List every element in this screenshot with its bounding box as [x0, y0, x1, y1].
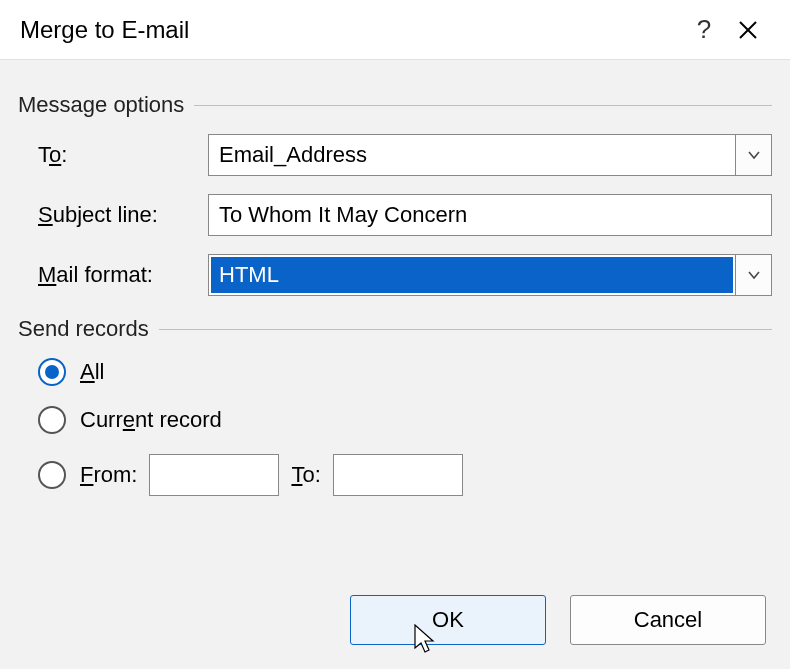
cancel-button[interactable]: Cancel: [570, 595, 766, 645]
group-message-options: Message options To: Email_Address Subjec…: [18, 92, 772, 296]
close-icon: [738, 20, 758, 40]
radio-row-from: From: To:: [18, 454, 772, 496]
chevron-down-icon: [747, 268, 761, 282]
radio-label-current[interactable]: Current record: [80, 407, 222, 433]
group-header: Send records: [18, 316, 772, 342]
row-subject: Subject line:: [18, 194, 772, 236]
group-header: Message options: [18, 92, 772, 118]
titlebar: Merge to E-mail ?: [0, 0, 790, 60]
dialog-footer: OK Cancel: [350, 595, 766, 645]
radio-label-all[interactable]: All: [80, 359, 104, 385]
label-mail-format: Mail format:: [38, 262, 208, 288]
mail-format-combobox[interactable]: HTML: [208, 254, 772, 296]
radio-all[interactable]: [38, 358, 66, 386]
close-button[interactable]: [726, 20, 770, 40]
mail-format-value: HTML: [211, 257, 733, 293]
mail-format-dropdown-button[interactable]: [735, 255, 771, 295]
chevron-down-icon: [747, 148, 761, 162]
label-to-range: To:: [291, 462, 320, 488]
group-title-message: Message options: [18, 92, 194, 118]
row-to: To: Email_Address: [18, 134, 772, 176]
merge-to-email-dialog: Merge to E-mail ? Message options To: Em…: [0, 0, 790, 669]
to-dropdown-button[interactable]: [735, 135, 771, 175]
radio-label-from[interactable]: From:: [80, 462, 137, 488]
dialog-body: Message options To: Email_Address Subjec…: [0, 60, 790, 496]
from-input[interactable]: [149, 454, 279, 496]
to-combobox-value: Email_Address: [209, 135, 735, 175]
radio-row-all: All: [18, 358, 772, 386]
radio-from[interactable]: [38, 461, 66, 489]
to-input[interactable]: [333, 454, 463, 496]
label-subject: Subject line:: [38, 202, 208, 228]
radio-row-current: Current record: [18, 406, 772, 434]
subject-field-wrap: [208, 194, 772, 236]
dialog-title: Merge to E-mail: [20, 16, 682, 44]
to-combobox[interactable]: Email_Address: [208, 134, 772, 176]
radio-current[interactable]: [38, 406, 66, 434]
help-button[interactable]: ?: [682, 14, 726, 45]
label-to: To:: [38, 142, 208, 168]
ok-button[interactable]: OK: [350, 595, 546, 645]
group-send-records: Send records All Current record From: To…: [18, 316, 772, 496]
subject-input[interactable]: [208, 194, 772, 236]
divider: [194, 105, 772, 106]
divider: [159, 329, 772, 330]
group-title-send: Send records: [18, 316, 159, 342]
row-mail-format: Mail format: HTML: [18, 254, 772, 296]
